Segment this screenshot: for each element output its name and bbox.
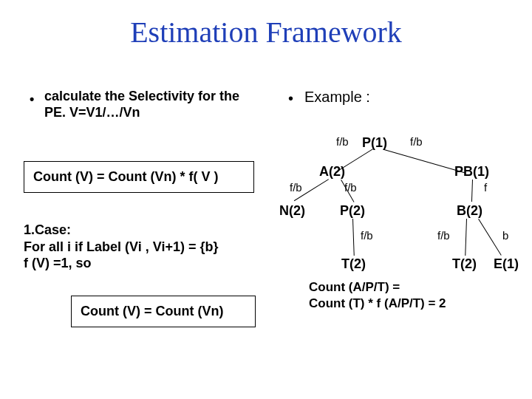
- node-a2: A(2): [319, 164, 345, 180]
- edge-label-b: b: [502, 229, 508, 242]
- node-t2-left: T(2): [341, 256, 366, 272]
- right-bullet-text: Example :: [304, 89, 370, 105]
- left-bullet-text: calculate the Selectivity for the PE. V=…: [44, 89, 251, 120]
- node-p1: P(1): [362, 135, 387, 151]
- formula-2-text: Count (V) = Count (Vn): [81, 304, 223, 318]
- result-line-1: Count (A/P/T) =: [309, 279, 400, 295]
- slide: Estimation Framework • calculate the Sel…: [0, 0, 532, 399]
- edge-label-fb: f/b: [361, 229, 373, 242]
- left-bullet: • calculate the Selectivity for the PE. …: [30, 89, 251, 120]
- node-t2-right: T(2): [452, 256, 477, 272]
- bullet-dot-icon: •: [30, 92, 34, 107]
- tree-edge-line: [471, 180, 473, 202]
- formula-1-text: Count (V) = Count (Vn) * f( V ): [33, 169, 218, 184]
- result-line-2: Count (T) * f (A/P/T) = 2: [309, 296, 446, 311]
- edge-label-fb: f/b: [336, 135, 349, 148]
- case-text: 1.Case: For all i if Label (Vi , Vi+1) =…: [24, 222, 275, 272]
- tree-edge-line: [478, 219, 502, 256]
- formula-box-1: Count (V) = Count (Vn) * f( V ): [24, 161, 254, 193]
- formula-box-2: Count (V) = Count (Vn): [71, 296, 256, 327]
- node-b2: B(2): [457, 203, 482, 219]
- node-pb1: PB(1): [454, 164, 489, 180]
- tree-edge-line: [352, 219, 355, 256]
- bullet-dot-icon: •: [288, 90, 293, 107]
- node-n2: N(2): [279, 203, 305, 219]
- tree-edge-line: [384, 149, 466, 174]
- node-p2: P(2): [340, 203, 365, 219]
- node-e1: E(1): [494, 256, 519, 272]
- edge-label-fb: f/b: [437, 229, 450, 242]
- edge-label-fb: f/b: [410, 135, 423, 148]
- edge-label-fb: f/b: [344, 181, 357, 194]
- edge-label-fb: f/b: [290, 181, 302, 194]
- right-bullet: • Example :: [288, 89, 370, 106]
- slide-title: Estimation Framework: [0, 15, 532, 50]
- tree-edge-line: [465, 219, 467, 256]
- edge-label-f: f: [484, 181, 487, 194]
